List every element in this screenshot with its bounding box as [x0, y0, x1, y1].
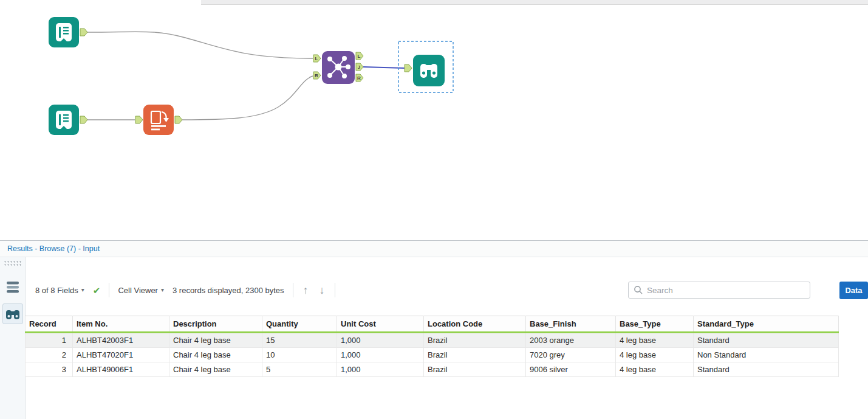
results-table-header-row: RecordItem No.DescriptionQuantityUnit Co…	[26, 316, 839, 333]
anchor-label: L	[315, 56, 318, 61]
toolbar-separator	[109, 283, 109, 297]
join-input-anchor-L[interactable]: L	[313, 55, 321, 62]
join-output-anchor-L[interactable]: L	[356, 52, 363, 60]
chevron-down-icon: ▾	[81, 287, 84, 293]
results-left-rail	[0, 257, 26, 419]
cell-viewer-dropdown[interactable]: Cell Viewer ▾	[118, 286, 164, 295]
search-input[interactable]	[628, 282, 810, 299]
search-icon	[634, 285, 643, 295]
scroll-down-button[interactable]: ↓	[318, 285, 326, 296]
table-cell[interactable]: ALHBT49006F1	[73, 362, 169, 377]
table-cell[interactable]: ALHBT47020F1	[73, 348, 169, 362]
record-number-cell[interactable]: 1	[26, 333, 73, 348]
data-quality-check-icon[interactable]: ✔	[93, 286, 101, 295]
input-data-tool-1[interactable]	[49, 17, 79, 47]
column-header-base-type[interactable]: Base_Type	[616, 316, 694, 333]
table-cell[interactable]: 4 leg base	[616, 333, 694, 348]
column-header-unit-cost[interactable]: Unit Cost	[337, 316, 424, 333]
join-output-anchor-J[interactable]: J	[356, 63, 363, 71]
column-header-description[interactable]: Description	[169, 316, 262, 333]
cell-viewer-label: Cell Viewer	[118, 286, 158, 295]
select-records-tool[interactable]	[143, 105, 174, 135]
browse-tool[interactable]	[413, 55, 445, 86]
table-cell[interactable]: 15	[262, 333, 337, 348]
results-grid: RecordItem No.DescriptionQuantityUnit Co…	[25, 316, 839, 377]
fields-summary-label: 8 of 8 Fields	[35, 286, 78, 295]
input1-output-anchor[interactable]	[80, 29, 87, 36]
chevron-down-icon: ▾	[161, 287, 164, 293]
results-toolbar: 8 of 8 Fields ▾ ✔ Cell Viewer ▾ 3 record…	[26, 257, 868, 313]
table-cell[interactable]: Chair 4 leg base	[169, 348, 262, 362]
search-box	[628, 282, 810, 299]
results-panel-title: Results - Browse (7) - Input	[7, 244, 100, 253]
table-cell[interactable]: Standard	[694, 362, 839, 377]
table-cell[interactable]: 4 leg base	[616, 362, 694, 377]
anchor-label: L	[358, 54, 361, 59]
table-cell[interactable]: 2003 orange	[526, 333, 616, 348]
panel-drag-handle[interactable]	[4, 260, 22, 266]
record-number-cell[interactable]: 3	[26, 362, 73, 377]
table-cell[interactable]: Non Standard	[694, 348, 839, 362]
input-data-tool-2[interactable]	[49, 105, 79, 135]
table-row[interactable]: 1ALHBT42003F1Chair 4 leg base151,000Braz…	[26, 333, 839, 348]
browse-view-button[interactable]	[2, 303, 23, 324]
results-header-bar: Results - Browse (7) - Input	[0, 241, 868, 257]
toolbar-separator	[293, 283, 293, 297]
results-table-body: 1ALHBT42003F1Chair 4 leg base151,000Braz…	[26, 333, 839, 377]
table-cell[interactable]: Brazil	[424, 348, 526, 362]
table-row[interactable]: 2ALHBT47020F1Chair 4 leg base101,000Braz…	[26, 348, 839, 362]
table-cell[interactable]: Brazil	[424, 333, 526, 348]
browse-input-anchor[interactable]	[405, 64, 412, 72]
records-summary: 3 records displayed, 2300 bytes	[173, 286, 284, 295]
book-icon	[56, 23, 72, 41]
table-rows-icon	[6, 281, 19, 293]
table-cell[interactable]: 1,000	[337, 333, 424, 348]
table-cell[interactable]: 9006 silver	[526, 362, 616, 377]
join-input-anchor-R[interactable]: R	[313, 72, 321, 79]
fields-dropdown[interactable]: 8 of 8 Fields ▾	[35, 286, 84, 295]
table-cell[interactable]: Chair 4 leg base	[169, 333, 262, 348]
table-cell[interactable]: 1,000	[337, 348, 424, 362]
connection-input1-to-join[interactable]	[87, 32, 313, 58]
toolbar-separator	[335, 283, 335, 297]
table-cell[interactable]: Standard	[694, 333, 839, 348]
table-cell[interactable]: 10	[262, 348, 337, 362]
connection-select-to-join[interactable]	[182, 76, 313, 120]
column-header-location-code[interactable]: Location Code	[424, 316, 526, 333]
table-cell[interactable]: 1,000	[337, 362, 424, 377]
anchor-label: R	[315, 73, 318, 78]
table-cell[interactable]: 7020 grey	[526, 348, 616, 362]
table-cell[interactable]: 5	[262, 362, 337, 377]
anchor-label: R	[357, 75, 361, 81]
record-number-cell[interactable]: 2	[26, 348, 73, 362]
column-header-standard-type[interactable]: Standard_Type	[694, 316, 839, 333]
table-cell[interactable]: ALHBT42003F1	[73, 333, 169, 348]
book-icon	[56, 111, 72, 129]
input2-output-anchor[interactable]	[80, 116, 87, 123]
table-cell[interactable]: 4 leg base	[616, 348, 694, 362]
column-header-item-no-[interactable]: Item No.	[73, 316, 169, 333]
column-header-quantity[interactable]: Quantity	[262, 316, 337, 333]
table-row[interactable]: 3ALHBT49006F1Chair 4 leg base51,000Brazi…	[26, 362, 839, 377]
column-header-base-finish[interactable]: Base_Finish	[526, 316, 616, 333]
scroll-up-button[interactable]: ↑	[302, 285, 310, 296]
select-input-anchor[interactable]	[135, 116, 143, 123]
select-output-anchor[interactable]	[175, 116, 182, 123]
table-view-button[interactable]	[2, 277, 23, 297]
results-panel: Results - Browse (7) - Input 8 of 8 Fiel…	[0, 240, 868, 419]
workflow-canvas[interactable]: L R L J R	[0, 0, 868, 240]
column-header-record[interactable]: Record	[26, 316, 73, 333]
table-cell[interactable]: Chair 4 leg base	[169, 362, 262, 377]
join-tool[interactable]	[322, 51, 355, 84]
table-cell[interactable]: Brazil	[424, 362, 526, 377]
join-output-anchor-R[interactable]: R	[356, 74, 363, 81]
data-button[interactable]: Data	[839, 282, 868, 299]
binoculars-icon	[5, 307, 20, 320]
anchor-label: J	[358, 64, 360, 70]
